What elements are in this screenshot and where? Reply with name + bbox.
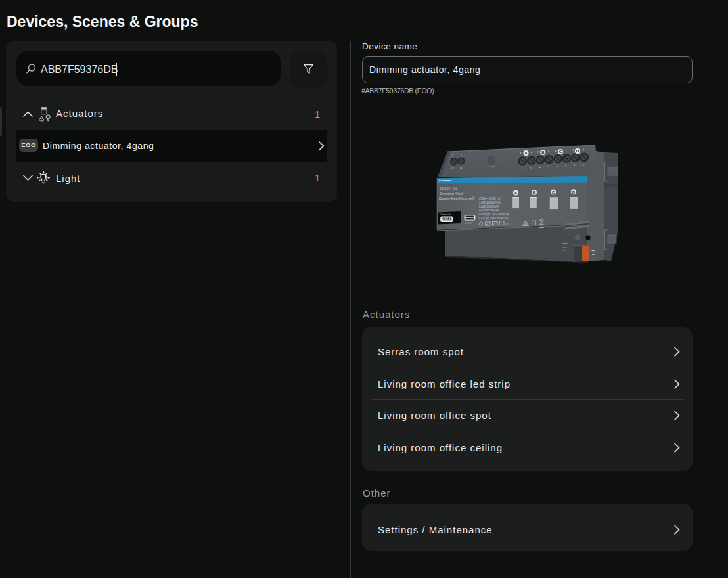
- svg-text:D: D: [576, 149, 580, 153]
- svg-text:L1: L1: [451, 167, 455, 170]
- svg-text:Dimmaktor 4-fach: Dimmaktor 4-fach: [440, 192, 464, 196]
- svg-text:1x40-1200W/VA: 1x40-1200W/VA: [479, 201, 500, 204]
- svg-text:∿: ∿: [564, 164, 567, 167]
- svg-text:20 Nm: 20 Nm: [488, 166, 495, 168]
- svg-text:Busch-free@home®: Busch-free@home®: [439, 196, 475, 200]
- svg-text:L: L: [522, 167, 524, 170]
- svg-text:2x20-600W/VA: 2x20-600W/VA: [479, 205, 499, 208]
- svg-text:4x10-315W/VA: 4x10-315W/VA: [479, 209, 499, 212]
- svg-text:L: L: [539, 166, 541, 169]
- svg-text:LEDi typ.: 4x2-80W/VA: LEDi typ.: 4x2-80W/VA: [479, 213, 509, 216]
- svg-text:D: D: [572, 190, 576, 194]
- svg-text:6253/0.4-101: 6253/0.4-101: [440, 187, 458, 190]
- svg-text:L: L: [574, 164, 576, 167]
- svg-text:1D40259: 1D40259: [465, 222, 473, 225]
- svg-text:B: B: [533, 190, 536, 194]
- svg-text:A: A: [514, 191, 518, 195]
- svg-text:∿: ∿: [582, 163, 585, 166]
- svg-text:6012810324: 6012810324: [443, 219, 453, 222]
- svg-text:Dimaktor-flex: Dimaktor-flex: [441, 213, 452, 216]
- svg-text:B: B: [541, 150, 545, 154]
- svg-text:Ident: Ident: [562, 242, 569, 245]
- svg-text:CFL typ.: 4x2-80W/VA: CFL typ.: 4x2-80W/VA: [479, 217, 508, 220]
- svg-text:C: C: [559, 150, 562, 154]
- svg-text:N: N: [460, 167, 462, 170]
- svg-text:230V~ 50/60 Hz: 230V~ 50/60 Hz: [479, 197, 501, 200]
- svg-text:∿: ∿: [547, 165, 549, 168]
- svg-text:∿: ∿: [530, 166, 532, 169]
- svg-text:Cε: Cε: [505, 223, 509, 226]
- svg-text:A: A: [524, 151, 528, 155]
- svg-text:L: L: [557, 164, 558, 167]
- svg-text:C: C: [552, 190, 555, 194]
